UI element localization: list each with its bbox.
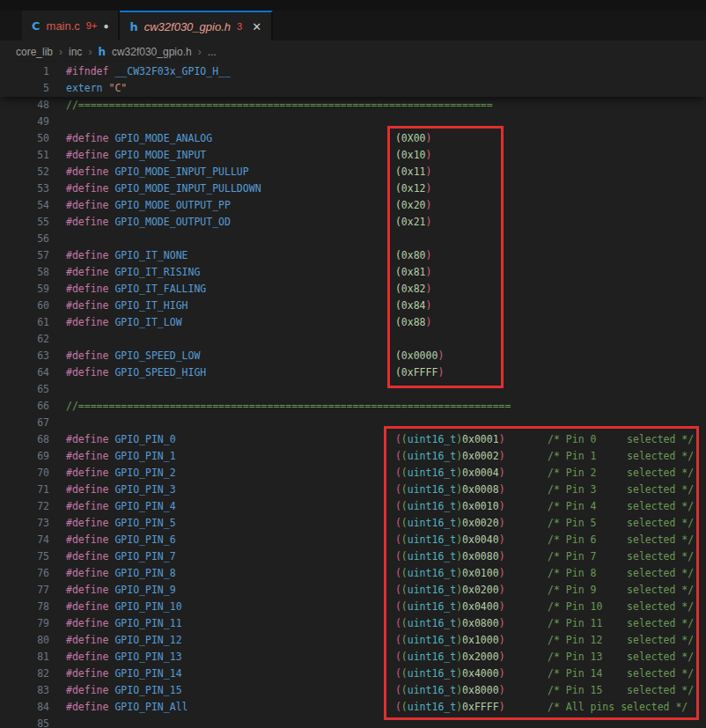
code-line[interactable]: 49 (0, 114, 706, 130)
code-text[interactable]: #define GPIO_PIN_7 ((uint16_t)0x0080) /*… (66, 548, 694, 565)
code-text[interactable]: #define GPIO_MODE_OUTPUT_OD (0x21) (66, 214, 431, 231)
code-line[interactable]: 85 (0, 716, 706, 728)
code-line[interactable]: 64#define GPIO_SPEED_HIGH (0xFFFF) (0, 364, 706, 381)
line-number[interactable]: 79 (0, 615, 49, 632)
code-text[interactable]: #define GPIO_PIN_12 ((uint16_t)0x1000) /… (66, 632, 694, 649)
line-number[interactable]: 78 (0, 599, 49, 615)
code-text[interactable]: //======================================… (66, 398, 511, 415)
line-number[interactable]: 81 (0, 649, 49, 665)
line-number[interactable]: 5 (0, 80, 49, 97)
line-number[interactable]: 64 (0, 364, 49, 381)
code-text[interactable]: #define GPIO_PIN_9 ((uint16_t)0x0200) /*… (66, 582, 694, 599)
code-text[interactable]: #define GPIO_PIN_15 ((uint16_t)0x8000) /… (66, 682, 694, 699)
line-number[interactable]: 63 (0, 348, 49, 364)
tab-cw32f030-gpio-h[interactable]: h cw32f030_gpio.h 3 ✕ (120, 11, 273, 40)
code-line[interactable]: 74#define GPIO_PIN_6 ((uint16_t)0x0040) … (0, 532, 706, 548)
breadcrumb-item-more[interactable]: ... (208, 46, 217, 58)
code-line[interactable]: 53#define GPIO_MODE_INPUT_PULLDOWN (0x12… (0, 180, 706, 197)
code-text[interactable]: #define GPIO_IT_NONE (0x80) (66, 247, 431, 264)
line-number[interactable]: 54 (0, 197, 49, 214)
code-line[interactable]: 5extern "C" (0, 80, 706, 97)
line-number[interactable]: 59 (0, 281, 49, 298)
code-line[interactable]: 70#define GPIO_PIN_2 ((uint16_t)0x0004) … (0, 465, 706, 482)
code-text[interactable]: #define GPIO_IT_LOW (0x88) (66, 314, 431, 331)
code-line[interactable]: 50#define GPIO_MODE_ANALOG (0X00) (0, 130, 706, 147)
code-line[interactable]: 73#define GPIO_PIN_5 ((uint16_t)0x0020) … (0, 515, 706, 532)
line-number[interactable]: 62 (0, 331, 49, 348)
code-line[interactable]: 60#define GPIO_IT_HIGH (0x84) (0, 298, 706, 314)
code-line[interactable]: 78#define GPIO_PIN_10 ((uint16_t)0x0400)… (0, 599, 706, 615)
code-text[interactable]: #define GPIO_SPEED_LOW (0x0000) (66, 348, 444, 364)
code-text[interactable]: #define GPIO_PIN_8 ((uint16_t)0x0100) /*… (66, 565, 694, 582)
code-line[interactable]: 75#define GPIO_PIN_7 ((uint16_t)0x0080) … (0, 548, 706, 565)
code-line[interactable]: 69#define GPIO_PIN_1 ((uint16_t)0x0002) … (0, 448, 706, 465)
code-text[interactable]: #define GPIO_PIN_0 ((uint16_t)0x0001) /*… (66, 431, 694, 448)
tab-main-c[interactable]: C main.c 9+ ● (22, 11, 120, 40)
line-number[interactable]: 49 (0, 114, 49, 130)
line-number[interactable]: 82 (0, 665, 49, 682)
code-line[interactable]: 83#define GPIO_PIN_15 ((uint16_t)0x8000)… (0, 682, 706, 699)
close-icon[interactable]: ✕ (252, 20, 261, 33)
code-area[interactable]: 48//====================================… (0, 97, 706, 728)
code-line[interactable]: 81#define GPIO_PIN_13 ((uint16_t)0x2000)… (0, 649, 706, 665)
code-line[interactable]: 62 (0, 331, 706, 348)
line-number[interactable]: 72 (0, 498, 49, 515)
code-line[interactable]: 80#define GPIO_PIN_12 ((uint16_t)0x1000)… (0, 632, 706, 649)
line-number[interactable]: 50 (0, 130, 49, 147)
breadcrumb-item-inc[interactable]: inc (69, 46, 82, 58)
code-line[interactable]: 67 (0, 415, 706, 431)
code-line[interactable]: 52#define GPIO_MODE_INPUT_PULLUP (0x11) (0, 164, 706, 180)
line-number[interactable]: 75 (0, 548, 49, 565)
code-text[interactable]: #define GPIO_PIN_5 ((uint16_t)0x0020) /*… (66, 515, 694, 532)
code-text[interactable]: #define GPIO_IT_FALLING (0x82) (66, 281, 431, 298)
code-text[interactable]: #define GPIO_IT_HIGH (0x84) (66, 298, 431, 314)
code-text[interactable]: #define GPIO_PIN_6 ((uint16_t)0x0040) /*… (66, 532, 694, 548)
code-text[interactable]: #define GPIO_PIN_All ((uint16_t)0xFFFF) … (66, 699, 688, 716)
line-number[interactable]: 55 (0, 214, 49, 231)
code-line[interactable]: 84#define GPIO_PIN_All ((uint16_t)0xFFFF… (0, 699, 706, 716)
line-number[interactable]: 71 (0, 482, 49, 498)
code-line[interactable]: 79#define GPIO_PIN_11 ((uint16_t)0x0800)… (0, 615, 706, 632)
code-text[interactable]: #define GPIO_MODE_INPUT (0x10) (66, 147, 431, 164)
code-line[interactable]: 56 (0, 231, 706, 247)
code-line[interactable]: 65 (0, 381, 706, 398)
line-number[interactable]: 68 (0, 431, 49, 448)
line-number[interactable]: 76 (0, 565, 49, 582)
modified-dot-icon[interactable]: ● (103, 21, 108, 31)
code-text[interactable]: #define GPIO_SPEED_HIGH (0xFFFF) (66, 364, 444, 381)
code-text[interactable]: #define GPIO_PIN_11 ((uint16_t)0x0800) /… (66, 615, 694, 632)
code-line[interactable]: 55#define GPIO_MODE_OUTPUT_OD (0x21) (0, 214, 706, 231)
code-line[interactable]: 1#ifndef __CW32F03x_GPIO_H__ (0, 63, 706, 80)
code-line[interactable]: 72#define GPIO_PIN_4 ((uint16_t)0x0010) … (0, 498, 706, 515)
code-text[interactable]: #ifndef __CW32F03x_GPIO_H__ (66, 63, 231, 80)
line-number[interactable]: 60 (0, 298, 49, 314)
code-line[interactable]: 54#define GPIO_MODE_OUTPUT_PP (0x20) (0, 197, 706, 214)
code-text[interactable]: #define GPIO_PIN_10 ((uint16_t)0x0400) /… (66, 599, 694, 615)
line-number[interactable]: 48 (0, 97, 49, 114)
line-number[interactable]: 61 (0, 314, 49, 331)
code-text[interactable]: #define GPIO_MODE_INPUT_PULLUP (0x11) (66, 164, 431, 180)
line-number[interactable]: 77 (0, 582, 49, 599)
code-editor[interactable]: 1#ifndef __CW32F03x_GPIO_H__5extern "C" … (0, 63, 706, 728)
code-line[interactable]: 58#define GPIO_IT_RISING (0x81) (0, 264, 706, 281)
code-line[interactable]: 82#define GPIO_PIN_14 ((uint16_t)0x4000)… (0, 665, 706, 682)
line-number[interactable]: 80 (0, 632, 49, 649)
line-number[interactable]: 85 (0, 716, 49, 728)
code-text[interactable]: //======================================… (66, 97, 493, 114)
line-number[interactable]: 56 (0, 231, 49, 247)
line-number[interactable]: 57 (0, 247, 49, 264)
code-line[interactable]: 76#define GPIO_PIN_8 ((uint16_t)0x0100) … (0, 565, 706, 582)
code-line[interactable]: 63#define GPIO_SPEED_LOW (0x0000) (0, 348, 706, 364)
code-text[interactable]: #define GPIO_PIN_14 ((uint16_t)0x4000) /… (66, 665, 694, 682)
line-number[interactable]: 1 (0, 63, 49, 80)
code-line[interactable]: 57#define GPIO_IT_NONE (0x80) (0, 247, 706, 264)
line-number[interactable]: 83 (0, 682, 49, 699)
code-line[interactable]: 61#define GPIO_IT_LOW (0x88) (0, 314, 706, 331)
code-line[interactable]: 59#define GPIO_IT_FALLING (0x82) (0, 281, 706, 298)
code-text[interactable]: #define GPIO_MODE_OUTPUT_PP (0x20) (66, 197, 431, 214)
code-text[interactable]: #define GPIO_PIN_13 ((uint16_t)0x2000) /… (66, 649, 694, 665)
code-text[interactable]: #define GPIO_PIN_1 ((uint16_t)0x0002) /*… (66, 448, 694, 465)
line-number[interactable]: 65 (0, 381, 49, 398)
line-number[interactable]: 51 (0, 147, 49, 164)
code-text[interactable]: #define GPIO_PIN_3 ((uint16_t)0x0008) /*… (66, 482, 694, 498)
